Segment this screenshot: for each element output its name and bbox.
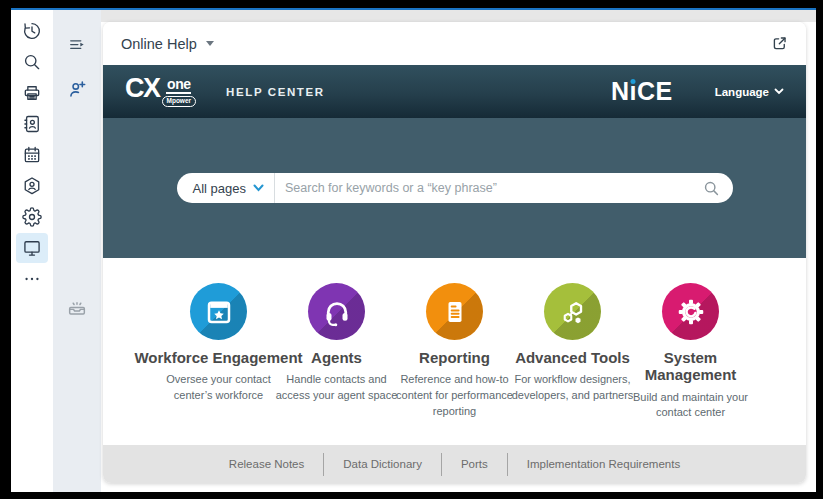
sidebar-item-address-book[interactable] [16, 109, 48, 139]
search-scope-value: All pages [193, 181, 246, 196]
category-description: For workflow designers, developers, and … [505, 372, 641, 404]
primary-sidebar [11, 10, 53, 492]
page-title: Online Help [121, 36, 197, 52]
help-center-panel: Online Help CX one Mpower [103, 22, 806, 483]
category-title: Agents [278, 349, 396, 366]
agents-icon [308, 283, 365, 340]
category-system-management[interactable]: System Management Build and maintain you… [632, 283, 750, 445]
cxone-logo[interactable]: CX one Mpower [125, 76, 196, 107]
sidebar-item-monitor[interactable] [16, 233, 48, 263]
monitor-icon [22, 238, 42, 258]
category-description: Build and maintain your contact center [623, 390, 759, 422]
main-area: Online Help CX one Mpower [101, 10, 816, 492]
search-bar: All pages [177, 173, 733, 203]
system-management-icon [662, 283, 719, 340]
panel-toolbar: Online Help [103, 22, 806, 65]
panel-footer: Release Notes Data Dictionary Ports Impl… [103, 445, 806, 483]
sidebar-item-settings[interactable] [16, 202, 48, 232]
more-icon [22, 269, 42, 289]
search-scope-dropdown[interactable]: All pages [177, 181, 274, 196]
category-title: Reporting [396, 349, 514, 366]
footer-link-ports[interactable]: Ports [442, 458, 507, 470]
search-input[interactable] [275, 181, 703, 195]
footer-link-data-dictionary[interactable]: Data Dictionary [324, 458, 441, 470]
address-book-icon [22, 114, 42, 134]
sidebar-item-calendar[interactable] [16, 140, 48, 170]
nice-logo-n: N [611, 77, 630, 106]
history-icon [22, 21, 42, 41]
add-contact-icon [67, 79, 88, 100]
gear-icon [22, 207, 42, 227]
sidebar-item-agent-profile[interactable] [16, 171, 48, 201]
sidebar-item-search[interactable] [16, 47, 48, 77]
search-icon [22, 52, 42, 72]
footer-link-release-notes[interactable]: Release Notes [210, 458, 323, 470]
mpower-badge: Mpower [162, 96, 197, 107]
cxone-logo-cx: CX [125, 76, 160, 102]
sidebar-item-panel-list[interactable] [61, 30, 93, 60]
sidebar-item-printer[interactable] [16, 78, 48, 108]
printer-icon [22, 83, 42, 103]
chevron-down-icon [774, 88, 784, 95]
sidebar-item-more[interactable] [16, 264, 48, 294]
workforce-engagement-icon [190, 283, 247, 340]
category-reporting[interactable]: Reporting Reference and how-to content f… [396, 283, 514, 445]
chevron-down-icon[interactable] [206, 41, 214, 46]
category-title: Workforce Engagement [160, 349, 278, 366]
cxone-logo-one: one [166, 77, 191, 94]
category-agents[interactable]: Agents Handle contacts and access your a… [278, 283, 396, 445]
search-icon [703, 180, 720, 197]
language-label: Language [715, 86, 769, 98]
panel-list-icon [67, 35, 87, 55]
search-banner: All pages [103, 118, 806, 258]
advanced-tools-icon [544, 283, 601, 340]
page-background-strip [101, 10, 816, 22]
footer-link-implementation-requirements[interactable]: Implementation Requirements [508, 458, 699, 470]
help-center-label: HELP CENTER [226, 86, 325, 98]
nice-logo-ce: CE [637, 77, 673, 106]
category-title: System Management [632, 349, 750, 384]
secondary-sidebar [53, 10, 101, 492]
category-grid: Workforce Engagement Oversee your contac… [103, 258, 806, 445]
agent-profile-icon [22, 176, 42, 196]
nice-logo[interactable]: NıCE [611, 77, 673, 106]
calendar-icon [22, 145, 42, 165]
category-description: Reference and how-to content for perform… [387, 372, 523, 420]
category-advanced-tools[interactable]: Advanced Tools For workflow designers, d… [514, 283, 632, 445]
sidebar-item-inbox[interactable] [61, 293, 93, 323]
open-external-button[interactable] [771, 35, 788, 52]
reporting-icon [426, 283, 483, 340]
category-description: Handle contacts and access your agent sp… [269, 372, 405, 404]
sidebar-item-history[interactable] [16, 16, 48, 46]
category-description: Oversee your contact center’s workforce [151, 372, 287, 404]
language-dropdown[interactable]: Language [715, 86, 784, 98]
external-link-icon [771, 35, 788, 52]
screen-frame: Online Help CX one Mpower [0, 0, 823, 499]
chevron-down-icon [253, 184, 264, 192]
inbox-icon [66, 297, 88, 319]
sidebar-item-add-contact[interactable] [61, 74, 93, 104]
category-workforce-engagement[interactable]: Workforce Engagement Oversee your contac… [160, 283, 278, 445]
nice-logo-i: ı [630, 77, 637, 106]
search-submit-button[interactable] [703, 180, 720, 197]
help-center-header: CX one Mpower HELP CENTER NıCE Language [103, 65, 806, 118]
category-title: Advanced Tools [514, 349, 632, 366]
